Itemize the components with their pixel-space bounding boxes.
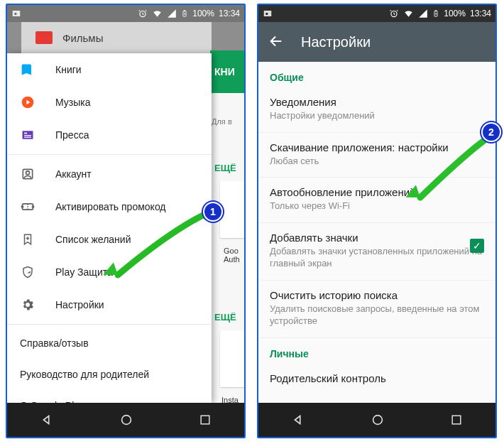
annotation-badge-1: 1: [203, 202, 223, 222]
drawer-item-label: Справка/отзыв: [20, 337, 89, 349]
drawer-item-label: Книги: [55, 64, 82, 75]
drawer-item-account[interactable]: Аккаунт: [7, 158, 212, 190]
svg-point-1: [14, 13, 17, 15]
settings-list: Общие Уведомления Настройки уведомлений …: [258, 62, 495, 403]
setting-title: Уведомления: [270, 96, 484, 108]
wifi-icon: [403, 9, 414, 18]
setting-clear-search[interactable]: Очистить историю поиска Удалить поисковы…: [258, 281, 495, 338]
svg-rect-9: [24, 137, 31, 138]
drawer-item-music[interactable]: Музыка: [7, 86, 212, 119]
battery-icon: [181, 9, 188, 18]
drawer-item-settings[interactable]: Настройки: [7, 288, 212, 321]
nav-recent-icon[interactable]: [198, 413, 212, 427]
system-nav-bar: [7, 403, 244, 437]
promo-icon: [20, 199, 35, 215]
drawer-item-films[interactable]: Фильмы: [21, 22, 212, 53]
svg-point-13: [21, 206, 23, 207]
nav-back-icon[interactable]: [39, 412, 55, 428]
drawer-item-label: Play Защита: [55, 266, 113, 278]
app-bar-title: Настройки: [301, 34, 371, 50]
setting-title: Скачивание приложения: настройки: [270, 141, 484, 153]
svg-rect-21: [435, 11, 437, 11]
drawer-item-label: Музыка: [55, 97, 91, 108]
drawer-item-label: Активировать промокод: [55, 201, 166, 212]
setting-auto-update[interactable]: Автообновление приложений Только через W…: [258, 178, 495, 223]
svg-point-14: [32, 206, 33, 207]
account-icon: [20, 166, 35, 182]
setting-subtitle: Добавлять значки установленных приложени…: [270, 245, 484, 270]
nav-home-icon[interactable]: [119, 412, 134, 428]
svg-rect-16: [201, 416, 209, 424]
annotation-badge-2: 2: [481, 122, 501, 142]
setting-notifications[interactable]: Уведомления Настройки уведомлений: [258, 87, 495, 133]
svg-rect-8: [24, 135, 31, 136]
book-icon: [20, 62, 35, 77]
system-nav-bar: [258, 403, 495, 437]
nav-recent-icon[interactable]: [449, 413, 464, 427]
navigation-drawer: Книги Музыка Пресса Аккаунт Активировать…: [7, 53, 212, 403]
drawer-item-promo[interactable]: Активировать промокод: [7, 190, 212, 223]
alarm-icon: [138, 9, 148, 18]
divider: [7, 154, 212, 155]
svg-point-22: [373, 416, 383, 425]
wishlist-icon: [20, 232, 35, 247]
status-bar-left: 100% 13:34: [7, 5, 244, 22]
drawer-item-label: Настройки: [55, 299, 104, 310]
bg-card-2: [220, 330, 246, 387]
svg-point-18: [265, 13, 268, 15]
drawer-item-label: Пресса: [55, 129, 89, 141]
clock-text: 13:34: [470, 9, 491, 18]
battery-icon: [432, 9, 439, 18]
drawer-item-label: Фильмы: [62, 32, 103, 44]
svg-rect-7: [24, 133, 27, 134]
setting-title: Родительский контроль: [270, 372, 484, 384]
setting-parental[interactable]: Родительский контроль: [258, 364, 495, 396]
checkbox-checked-icon[interactable]: ✓: [470, 239, 484, 253]
setting-add-icons[interactable]: Добавлять значки Добавлять значки устано…: [258, 223, 495, 281]
signal-icon: [167, 9, 177, 18]
battery-text: 100%: [192, 9, 214, 18]
clock-text: 13:34: [219, 9, 240, 18]
divider: [7, 324, 212, 325]
press-icon: [20, 127, 35, 143]
drawer-item-press[interactable]: Пресса: [7, 119, 212, 151]
screenshot-icon: [11, 9, 21, 18]
app-bar: Настройки: [258, 22, 495, 62]
svg-point-11: [26, 171, 30, 175]
bg-tab: КНИ: [210, 50, 246, 93]
setting-subtitle: Настройки уведомлений: [270, 109, 484, 122]
drawer-item-label: Аккаунт: [55, 168, 92, 180]
bg-hint: Для в: [212, 117, 232, 126]
bg-goo-label: GooAuth: [224, 247, 240, 264]
setting-title: Очистить историю поиска: [270, 289, 484, 301]
bg-more-1: ЕЩЁ: [214, 163, 236, 173]
drawer-item-protect[interactable]: Play Защита: [7, 256, 212, 288]
svg-rect-4: [184, 11, 185, 11]
back-arrow-icon[interactable]: [268, 33, 284, 51]
drawer-footer-parents[interactable]: Руководство для родителей: [7, 359, 212, 390]
alarm-icon: [389, 9, 399, 18]
bg-card-1: [220, 181, 246, 238]
signal-icon: [418, 9, 428, 18]
svg-point-15: [122, 416, 131, 425]
drawer-item-books[interactable]: Книги: [7, 53, 212, 86]
screenshot-icon: [263, 9, 273, 18]
bg-more-2: ЕЩЁ: [214, 312, 236, 323]
film-icon: [35, 31, 53, 44]
battery-text: 100%: [444, 9, 466, 18]
section-general: Общие: [258, 62, 495, 87]
nav-home-icon[interactable]: [370, 412, 385, 428]
section-personal: Личные: [258, 338, 495, 364]
phone-right: 100% 13:34 Настройки Общие Уведомления Н…: [257, 4, 497, 438]
drawer-item-label: Список желаний: [55, 234, 131, 245]
drawer-footer-help[interactable]: Справка/отзыв: [7, 327, 212, 359]
setting-subtitle: Любая сеть: [270, 155, 484, 168]
nav-back-icon[interactable]: [290, 412, 306, 428]
svg-rect-23: [452, 416, 461, 424]
setting-download-pref[interactable]: Скачивание приложения: настройки Любая с…: [258, 133, 495, 178]
settings-icon: [20, 297, 35, 313]
setting-title: Автообновление приложений: [270, 186, 484, 198]
drawer-item-wishlist[interactable]: Список желаний: [7, 223, 212, 256]
setting-subtitle: Только через Wi-Fi: [270, 200, 484, 212]
wifi-icon: [152, 9, 163, 18]
